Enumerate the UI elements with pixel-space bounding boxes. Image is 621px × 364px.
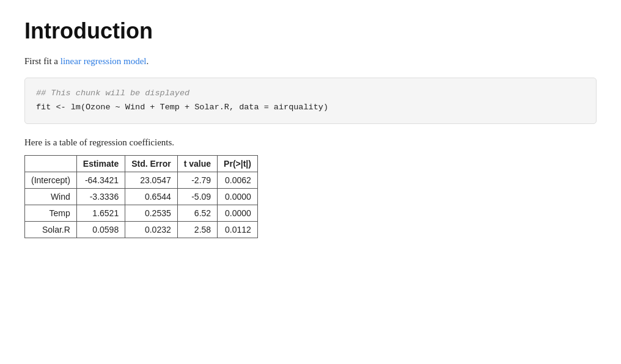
table-cell: 1.6521 — [76, 205, 125, 221]
intro-text-period: . — [147, 56, 149, 66]
table-cell: 0.0598 — [76, 221, 125, 238]
table-cell: 0.0062 — [218, 172, 258, 188]
table-cell: -5.09 — [177, 188, 217, 205]
table-cell: -64.3421 — [76, 172, 125, 188]
page-title: Introduction — [24, 18, 597, 44]
intro-paragraph: First fit a linear regression model. — [24, 56, 597, 67]
table-cell: Wind — [25, 188, 77, 205]
table-cell: 0.0000 — [218, 205, 258, 221]
table-row: Solar.R0.05980.02322.580.0112 — [25, 221, 258, 238]
table-cell: 23.0547 — [125, 172, 178, 188]
table-cell: 6.52 — [177, 205, 217, 221]
table-header-row: Estimate Std. Error t value Pr(>|t|) — [25, 155, 258, 172]
table-cell: (Intercept) — [25, 172, 77, 188]
intro-text-before: First fit a — [24, 56, 61, 66]
table-cell: 0.6544 — [125, 188, 178, 205]
col-header-std-error: Std. Error — [125, 155, 178, 172]
code-comment: ## This chunk will be displayed — [36, 87, 585, 101]
col-header-pr: Pr(>|t|) — [218, 155, 258, 172]
code-line: fit <- lm(Ozone ~ Wind + Temp + Solar.R,… — [36, 101, 585, 115]
table-cell: 0.0232 — [125, 221, 178, 238]
table-cell: -2.79 — [177, 172, 217, 188]
table-cell: 0.0112 — [218, 221, 258, 238]
table-row: Temp1.65210.25356.520.0000 — [25, 205, 258, 221]
table-row: (Intercept)-64.342123.0547-2.790.0062 — [25, 172, 258, 188]
col-header-empty — [25, 155, 77, 172]
table-cell: -3.3336 — [76, 188, 125, 205]
regression-table: Estimate Std. Error t value Pr(>|t|) (In… — [24, 155, 258, 238]
table-cell: 2.58 — [177, 221, 217, 238]
table-cell: 0.2535 — [125, 205, 178, 221]
col-header-t-value: t value — [177, 155, 217, 172]
linear-regression-link[interactable]: linear regression model — [61, 56, 147, 66]
table-cell: Solar.R — [25, 221, 77, 238]
table-cell: 0.0000 — [218, 188, 258, 205]
table-cell: Temp — [25, 205, 77, 221]
code-block: ## This chunk will be displayed fit <- l… — [24, 78, 597, 124]
col-header-estimate: Estimate — [76, 155, 125, 172]
table-row: Wind-3.33360.6544-5.090.0000 — [25, 188, 258, 205]
table-intro-text: Here is a table of regression coefficien… — [24, 137, 597, 148]
